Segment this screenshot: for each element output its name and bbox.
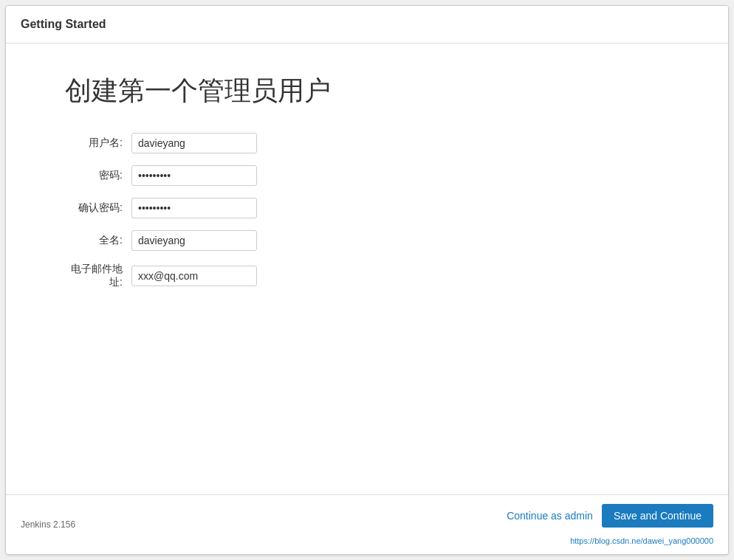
page-heading: 创建第一个管理员用户: [65, 73, 669, 109]
password-input[interactable]: [131, 165, 257, 186]
fullname-group: 全名:: [65, 230, 669, 251]
footer-link[interactable]: https://blog.csdn.ne/dawei_yang000000: [570, 536, 713, 545]
email-input[interactable]: [131, 266, 257, 286]
confirm-password-input[interactable]: [131, 198, 257, 218]
create-admin-form: 用户名: 密码: 确认密码: 全名: 电子邮件地址:: [65, 133, 669, 289]
save-and-continue-button[interactable]: Save and Continue: [602, 504, 713, 528]
footer-right: Continue as admin Save and Continue http…: [507, 504, 713, 545]
main-window: Getting Started 创建第一个管理员用户 用户名: 密码: 确认密码…: [5, 5, 729, 555]
password-group: 密码:: [65, 165, 669, 186]
main-content: 创建第一个管理员用户 用户名: 密码: 确认密码: 全名:: [6, 44, 728, 494]
password-label: 密码:: [65, 169, 131, 182]
username-group: 用户名:: [65, 133, 669, 153]
email-group: 电子邮件地址:: [65, 263, 669, 289]
confirm-password-group: 确认密码:: [65, 198, 669, 218]
username-input[interactable]: [131, 133, 257, 153]
page-title: Getting Started: [21, 18, 106, 30]
confirm-password-label: 确认密码:: [65, 201, 131, 215]
version-label: Jenkins 2.156: [21, 519, 75, 530]
footer: Jenkins 2.156 Continue as admin Save and…: [6, 494, 728, 554]
footer-actions: Continue as admin Save and Continue: [507, 504, 713, 528]
continue-as-admin-button[interactable]: Continue as admin: [507, 510, 593, 522]
fullname-label: 全名:: [65, 234, 131, 247]
title-bar: Getting Started: [6, 6, 728, 44]
fullname-input[interactable]: [131, 230, 257, 251]
username-label: 用户名:: [65, 136, 131, 150]
email-label: 电子邮件地址:: [65, 263, 131, 289]
